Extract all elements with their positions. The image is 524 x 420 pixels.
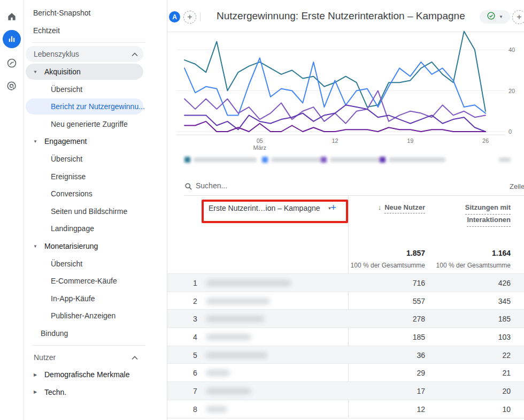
table-row: 3278185 (167, 309, 524, 327)
legend-item-blurred (321, 156, 381, 163)
legend-color-swatch (262, 157, 268, 163)
sidebar-item-label: Bericht zur Nutzergewinnu... (24, 102, 145, 111)
sidebar-item-in-app-käufe[interactable]: In-App-Käufe (24, 290, 167, 308)
sidebar-item-label: Nutzer (24, 353, 56, 362)
campaign-name-blurred (206, 334, 251, 340)
triangle-down-icon: ▼ (31, 244, 40, 249)
table-row: 71720 (167, 381, 524, 400)
svg-text:0: 0 (508, 128, 512, 135)
avatar[interactable]: A (169, 11, 180, 22)
cell-sitzungen: 103 (498, 333, 511, 341)
chevron-down-icon: ▼ (499, 14, 503, 19)
legend-color-swatch (380, 157, 386, 163)
sidebar-item-nutzer[interactable]: Nutzer (24, 348, 167, 366)
sidebar-item-techn-[interactable]: ▶Techn. (24, 383, 167, 401)
report-navigation-sidebar: Bericht-SnapshotEchtzeitLebenszyklus▼Akq… (24, 0, 167, 420)
sidebar-item-label: Übersicht (24, 85, 82, 94)
sidebar-item-übersicht[interactable]: Übersicht (24, 150, 167, 168)
campaign-name-blurred (206, 298, 270, 304)
sidebar-item-demografische-merkmale[interactable]: ▶Demografische Merkmale (24, 366, 167, 384)
add-secondary-dimension-button[interactable]: + (330, 202, 336, 213)
sidebar-item-bericht-snapshot[interactable]: Bericht-Snapshot (24, 4, 167, 22)
sidebar-item-ereignisse[interactable]: Ereignisse (24, 167, 167, 185)
row-index: 8 (189, 405, 202, 414)
legend-item-blurred (420, 156, 445, 163)
sidebar-item-übersicht[interactable]: Übersicht (24, 80, 167, 98)
sidebar-item-akquisition[interactable]: ▼Akquisition (24, 63, 167, 81)
total-neue-nutzer-subtitle: 100 % der Gesamtsumme (351, 262, 425, 269)
svg-text:26: 26 (482, 138, 489, 144)
cell-neue-nutzer: 12 (417, 405, 425, 414)
table-row: 2557345 (167, 292, 524, 310)
report-header: A + Nutzergewinnung: Erste Nutzerinterak… (167, 0, 524, 32)
svg-text:12: 12 (332, 138, 338, 144)
report-status-dropdown[interactable]: ▼ (480, 10, 510, 24)
sidebar-item-label: Bericht-Snapshot (24, 9, 90, 17)
legend-label-blurred (499, 157, 511, 162)
main-content: A + Nutzergewinnung: Erste Nutzerinterak… (167, 0, 524, 420)
row-index: 5 (189, 351, 202, 360)
sidebar-item-übersicht[interactable]: Übersicht (24, 255, 167, 272)
cell-neue-nutzer: 17 (417, 387, 425, 395)
sidebar-item-monetarisierung[interactable]: ▼Monetarisierung (24, 238, 167, 255)
customize-report-button[interactable]: + (512, 10, 524, 24)
sidebar-item-seiten-und-bildschirme[interactable]: Seiten und Bildschirme (24, 203, 167, 220)
row-index: 1 (189, 279, 202, 287)
cell-sitzungen: 10 (502, 405, 511, 414)
column-header-sitzungen[interactable]: Sitzungen mit Interaktionen (465, 202, 511, 227)
add-comparison-button[interactable]: + (183, 11, 196, 24)
sidebar-item-label: Engagement (40, 137, 87, 146)
chart-series-campaign-3-blurred (184, 91, 486, 124)
triangle-right-icon: ▶ (31, 372, 40, 377)
campaign-name-blurred (206, 280, 291, 286)
campaign-name-blurred (206, 406, 227, 413)
campaign-name-blurred (206, 352, 267, 358)
explore-icon[interactable] (3, 54, 21, 72)
table-row: 4185103 (167, 327, 524, 346)
column-header-neue-nutzer[interactable]: ↓Neue Nutzer (378, 203, 425, 213)
cell-neue-nutzer: 557 (413, 297, 425, 306)
sidebar-item-label: Monetarisierung (40, 242, 98, 250)
cell-sitzungen: 22 (502, 351, 511, 360)
chevron-up-icon (132, 50, 138, 58)
advertising-icon[interactable] (3, 77, 21, 95)
campaign-name-blurred (206, 316, 265, 322)
legend-label-blurred (271, 157, 322, 162)
header-divider (200, 12, 201, 21)
cell-sitzungen: 426 (498, 279, 511, 287)
sidebar-item-neu-generierte-zugriffe[interactable]: Neu generierte Zugriffe (24, 116, 167, 133)
sidebar-item-echtzeit[interactable]: Echtzeit (24, 22, 167, 40)
legend-label-blurred (194, 157, 257, 162)
sidebar-item-engagement[interactable]: ▼Engagement (24, 133, 167, 150)
home-icon[interactable] (3, 7, 21, 26)
sidebar-item-landingpage[interactable]: Landingpage (24, 220, 167, 238)
sidebar-item-label: Conversions (24, 189, 93, 198)
row-index: 7 (189, 387, 202, 395)
table-search-row: Zeile (167, 180, 524, 195)
sidebar-item-conversions[interactable]: Conversions (24, 185, 167, 203)
sidebar-item-bericht-zur-nutzergewinnu-[interactable]: Bericht zur Nutzergewinnu... (24, 98, 167, 116)
sidebar-item-label: Ereignisse (24, 172, 86, 181)
cell-neue-nutzer: 278 (413, 315, 425, 323)
sidebar-item-lebenszyklus[interactable]: Lebenszyklus (24, 45, 167, 63)
chart-legend-blurred (167, 154, 524, 166)
sidebar-item-e-commerce-käufe[interactable]: E-Commerce-Käufe (24, 272, 167, 290)
cell-neue-nutzer: 36 (417, 351, 425, 360)
table-row: 62921 (167, 363, 524, 381)
sidebar-item-label: Seiten und Bildschirme (24, 207, 127, 216)
search-icon (184, 182, 192, 193)
sidebar-item-publisher-anzeigen[interactable]: Publisher-Anzeigen (24, 307, 167, 325)
sidebar-item-label: In-App-Käufe (24, 294, 95, 303)
check-circle-icon (487, 11, 496, 22)
svg-text:19: 19 (407, 138, 413, 144)
reports-icon[interactable] (3, 30, 21, 48)
legend-item-blurred (184, 156, 257, 163)
sidebar-item-label: E-Commerce-Käufe (24, 277, 117, 285)
dimension-selector[interactable]: Erste Nutzerint…ion – Kampagne ▼ (209, 204, 332, 212)
cell-sitzungen: 21 (502, 369, 511, 377)
sidebar-item-label: Publisher-Anzeigen (24, 311, 115, 320)
search-input[interactable] (196, 181, 324, 190)
sidebar-item-bindung[interactable]: Bindung (24, 325, 167, 342)
sidebar-item-label: Demografische Merkmale (40, 370, 130, 379)
nav-divider (24, 342, 167, 348)
